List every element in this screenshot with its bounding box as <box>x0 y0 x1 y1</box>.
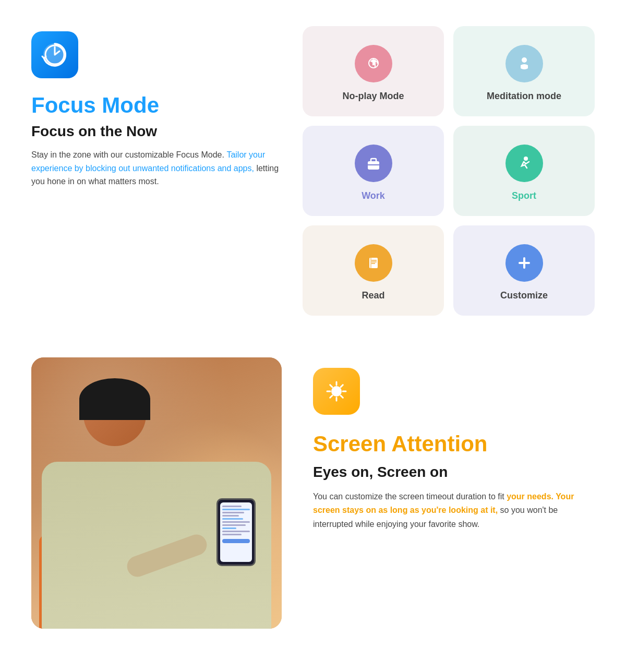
customize-label: Customize <box>500 290 548 301</box>
focus-subtitle: Focus on the Now <box>31 123 282 140</box>
read-icon-circle <box>355 244 392 282</box>
svg-line-22 <box>341 395 343 398</box>
sport-label: Sport <box>512 190 536 201</box>
focus-mode-title: Focus Mode <box>31 93 282 118</box>
meditation-icon-circle <box>505 45 543 82</box>
left-panel: Focus Mode Focus on the Now Stay in the … <box>31 21 282 188</box>
customize-icon-circle <box>505 244 543 282</box>
mode-cards-grid: No-play Mode Meditation mode <box>303 21 595 316</box>
meditation-label: Meditation mode <box>487 91 561 102</box>
screen-attention-description: You can customize the screen timeout dur… <box>313 490 595 531</box>
sport-icon-circle <box>505 145 543 182</box>
bottom-section: Screen Attention Eyes on, Screen on You … <box>0 347 626 660</box>
svg-line-24 <box>330 395 332 398</box>
top-section: Focus Mode Focus on the Now Stay in the … <box>0 0 626 347</box>
svg-rect-3 <box>372 63 375 65</box>
mode-card-customize[interactable]: Customize <box>453 225 595 316</box>
mode-card-work[interactable]: Work <box>303 126 444 216</box>
screen-attention-panel: Screen Attention Eyes on, Screen on You … <box>313 357 595 531</box>
work-icon-circle <box>355 145 392 182</box>
svg-rect-10 <box>370 258 371 268</box>
mode-card-noplay[interactable]: No-play Mode <box>303 26 444 116</box>
focus-description: Stay in the zone with our customizable F… <box>31 148 282 188</box>
svg-point-8 <box>524 157 528 161</box>
focus-mode-app-icon <box>31 31 78 78</box>
mode-card-read[interactable]: Read <box>303 225 444 316</box>
screen-attention-icon <box>313 368 360 415</box>
screen-attention-subtitle: Eyes on, Screen on <box>313 464 595 481</box>
noplay-icon-circle <box>355 45 392 82</box>
svg-line-23 <box>341 385 343 387</box>
svg-line-21 <box>330 385 332 387</box>
svg-point-5 <box>522 57 527 63</box>
read-label: Read <box>362 290 384 301</box>
screen-attention-title: Screen Attention <box>313 431 595 457</box>
mode-card-meditation[interactable]: Meditation mode <box>453 26 595 116</box>
svg-rect-4 <box>377 61 378 64</box>
work-label: Work <box>362 190 385 201</box>
mode-card-sport[interactable]: Sport <box>453 126 595 216</box>
photo-panel <box>31 357 282 629</box>
noplay-label: No-play Mode <box>342 91 404 102</box>
person-phone-photo <box>31 357 282 629</box>
